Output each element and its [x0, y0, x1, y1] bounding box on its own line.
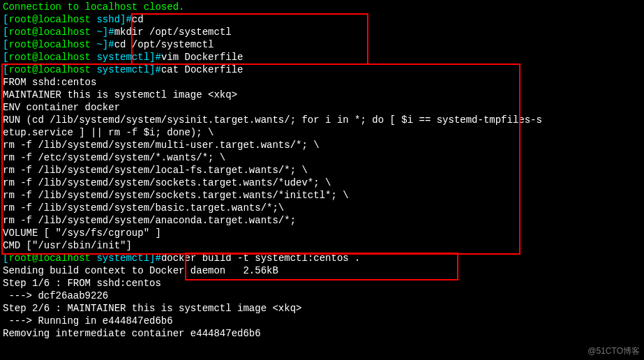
build-output-line: ---> Running in e444847ed6b6 [3, 315, 641, 327]
prompt-line-6: [root@localhost systemctl]#docker build … [3, 252, 641, 264]
command-text: mkdir /opt/systemctl [114, 27, 232, 38]
dockerfile-line: rm -f /etc/systemd/system/*.wants/*; \ [3, 151, 641, 164]
user-host: root@localhost [8, 253, 96, 264]
bracket-close: ]# [149, 253, 161, 264]
bracket-close: ]# [149, 52, 161, 63]
command-text: cd [132, 14, 144, 25]
command-text: cat Dockerfile [161, 64, 244, 75]
dockerfile-line: rm -f /lib/systemd/system/sockets.target… [3, 177, 641, 189]
user-host: root@localhost [8, 27, 96, 38]
dockerfile-line: rm -f /lib/systemd/system/sockets.target… [3, 189, 641, 202]
build-output-line: Removing intermediate container e444847e… [3, 327, 641, 340]
dockerfile-line: RUN (cd /lib/systemd/system/sysinit.targ… [3, 114, 641, 126]
dockerfile-line: rm -f /lib/systemd/system/multi-user.tar… [3, 139, 641, 151]
cwd: ~ [96, 27, 102, 38]
cwd: systemctl [96, 52, 149, 63]
connection-closed: Connection to localhost closed. [3, 1, 641, 13]
cwd: sshd [96, 14, 120, 25]
bracket-close: ]# [120, 14, 132, 25]
command-text: vim Dockerfile [161, 52, 244, 63]
build-output-line: ---> dcf26aab9226 [3, 290, 641, 302]
cwd: systemctl [96, 64, 149, 75]
cwd: systemctl [96, 253, 149, 264]
build-output-line: Sending build context to Docker daemon 2… [3, 264, 641, 277]
user-host: root@localhost [8, 14, 96, 25]
bracket-close: ]# [103, 27, 114, 38]
build-output-line: Step 1/6 : FROM sshd:centos [3, 277, 641, 290]
prompt-line-3: [root@localhost ~]#cd /opt/systemctl [3, 38, 641, 51]
build-output-line: Step 2/6 : MAINTAINER this is systemctl … [3, 302, 641, 315]
dockerfile-line: FROM sshd:centos [3, 76, 641, 89]
command-text: cd /opt/systemctl [114, 39, 214, 50]
user-host: root@localhost [8, 52, 96, 63]
user-host: root@localhost [8, 39, 96, 50]
prompt-line-2: [root@localhost ~]#mkdir /opt/systemctl [3, 26, 641, 38]
dockerfile-line: ENV container docker [3, 101, 641, 114]
dockerfile-line: rm -f /lib/systemd/system/anaconda.targe… [3, 214, 641, 227]
dockerfile-line: rm -f /lib/systemd/system/basic.target.w… [3, 202, 641, 214]
dockerfile-line: rm -f /lib/systemd/system/local-fs.targe… [3, 164, 641, 177]
prompt-line-4: [root@localhost systemctl]#vim Dockerfil… [3, 51, 641, 63]
dockerfile-line: VOLUME [ "/sys/fs/cgroup" ] [3, 227, 641, 239]
bracket-close: ]# [149, 64, 161, 75]
dockerfile-line: etup.service ] || rm -f $i; done); \ [3, 126, 641, 139]
cwd: ~ [96, 39, 102, 50]
user-host: root@localhost [8, 64, 96, 75]
prompt-line-1: [root@localhost sshd]#cd [3, 13, 641, 26]
prompt-line-5: [root@localhost systemctl]#cat Dockerfil… [3, 63, 641, 76]
bracket-close: ]# [103, 39, 114, 50]
watermark: @51CTO博客 [587, 345, 640, 357]
dockerfile-line: MAINTAINER this is systemctl image <xkq> [3, 89, 641, 101]
dockerfile-line: CMD ["/usr/sbin/init"] [3, 239, 641, 252]
command-text: docker build -t systemctl:centos . [161, 253, 361, 264]
terminal[interactable]: Connection to localhost closed. [root@lo… [0, 0, 644, 340]
